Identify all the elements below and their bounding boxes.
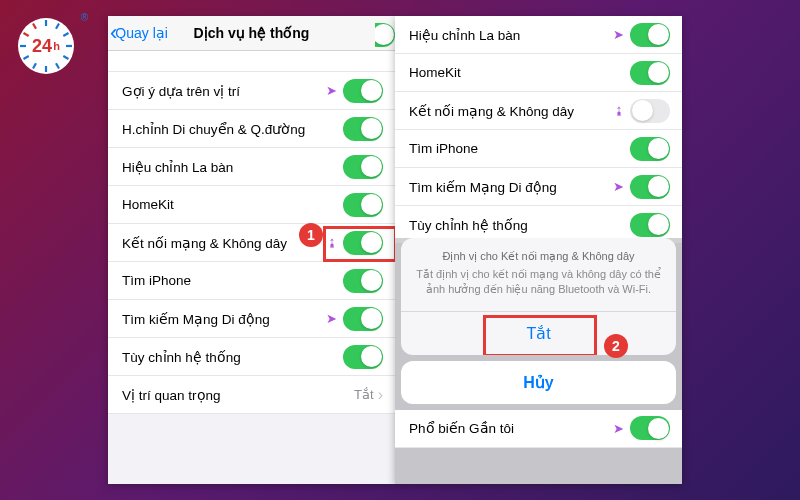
- table-row[interactable]: Tìm iPhone: [395, 130, 682, 168]
- settings-screen-left: ‹ Quay lại Dịch vụ hệ thống Địa điểm sử …: [108, 16, 395, 484]
- toggle-switch[interactable]: [343, 79, 383, 103]
- toggle-switch[interactable]: [630, 61, 670, 85]
- row-label: HomeKit: [409, 65, 630, 80]
- settings-list: Hiệu chỉnh La bàn ➤ HomeKit Kết nối mạng…: [395, 16, 682, 243]
- table-row[interactable]: Gợi ý dựa trên vị trí ➤: [108, 72, 395, 110]
- nav-header: ‹ Quay lại Dịch vụ hệ thống: [108, 16, 395, 51]
- location-icon: ➤: [613, 27, 624, 42]
- toggle-switch[interactable]: [343, 117, 383, 141]
- settings-list: Gợi ý dựa trên vị trí ➤ H.chỉnh Di chuyể…: [108, 72, 395, 414]
- sheet-cancel-button[interactable]: Hủy: [401, 361, 676, 404]
- toggle-switch[interactable]: [343, 345, 383, 369]
- toggle-switch[interactable]: [343, 155, 383, 179]
- svg-line-4: [63, 56, 68, 59]
- svg-line-8: [24, 56, 29, 59]
- chevron-right-icon: ›: [378, 386, 383, 404]
- svg-line-2: [63, 33, 68, 36]
- row-label: Kết nối mạng & Không dây: [122, 235, 326, 251]
- sheet-message: Định vị cho Kết nối mạng & Không dây Tắt…: [401, 238, 676, 311]
- toggle-switch[interactable]: [630, 175, 670, 199]
- row-label: Hiệu chỉnh La bàn: [122, 159, 343, 175]
- table-row[interactable]: Tìm kiếm Mạng Di động ➤: [395, 168, 682, 206]
- table-row[interactable]: HomeKit: [395, 54, 682, 92]
- svg-line-1: [56, 24, 59, 29]
- row-label: Gợi ý dựa trên vị trí: [122, 83, 326, 99]
- location-icon: ➤: [613, 179, 624, 194]
- toggle-switch[interactable]: [630, 137, 670, 161]
- sheet-action-label: Tắt: [526, 325, 550, 342]
- toggle-switch[interactable]: [343, 231, 383, 255]
- annotation-badge-2: 2: [604, 334, 628, 358]
- row-label: Tìm iPhone: [409, 141, 630, 156]
- table-row[interactable]: Phổ biến Gần tôi ➤: [395, 410, 682, 448]
- registered-mark: ®: [81, 12, 88, 23]
- settings-screen-right: Hiệu chỉnh La bàn ➤ HomeKit Kết nối mạng…: [395, 16, 682, 484]
- table-row[interactable]: Tìm kiếm Mạng Di động ➤: [108, 300, 395, 338]
- location-icon: ➤: [326, 311, 337, 326]
- row-label: Phổ biến Gần tôi: [409, 420, 613, 436]
- table-row[interactable]: HomeKit: [108, 186, 395, 224]
- table-row[interactable]: Hiệu chỉnh La bàn: [108, 148, 395, 186]
- row-label: H.chỉnh Di chuyển & Q.đường: [122, 121, 343, 137]
- toggle-switch[interactable]: [630, 99, 670, 123]
- row-label: Tìm iPhone: [122, 273, 343, 288]
- toggle-switch[interactable]: [343, 269, 383, 293]
- toggle-switch[interactable]: [630, 23, 670, 47]
- location-icon: ➤: [613, 421, 624, 436]
- annotation-badge-1: 1: [299, 223, 323, 247]
- back-button[interactable]: ‹ Quay lại: [108, 22, 168, 44]
- table-row[interactable]: Tìm iPhone: [108, 262, 395, 300]
- table-row[interactable]: Địa điểm sử dụng Apple Pay: [108, 51, 395, 72]
- toggle-switch[interactable]: [630, 416, 670, 440]
- sheet-turn-off-button[interactable]: Tắt: [401, 311, 676, 355]
- table-row[interactable]: H.chỉnh Di chuyển & Q.đường: [108, 110, 395, 148]
- table-row-networking[interactable]: Kết nối mạng & Không dây ➹: [108, 224, 395, 262]
- row-label: Tùy chỉnh hệ thống: [122, 349, 343, 365]
- row-label: Tìm kiếm Mạng Di động: [122, 311, 326, 327]
- back-label: Quay lại: [115, 25, 168, 41]
- row-label: Tìm kiếm Mạng Di động: [409, 179, 613, 195]
- svg-line-11: [33, 24, 36, 29]
- toggle-switch[interactable]: [630, 213, 670, 237]
- toggle-switch[interactable]: [343, 307, 383, 331]
- action-sheet: Định vị cho Kết nối mạng & Không dây Tắt…: [395, 238, 682, 484]
- table-row[interactable]: Vị trí quan trọng Tắt ›: [108, 376, 395, 414]
- sheet-description: Tắt định vị cho kết nối mạng và không dâ…: [415, 267, 662, 297]
- toggle-switch[interactable]: [343, 193, 383, 217]
- location-icon: ➤: [326, 83, 337, 98]
- table-row[interactable]: Hiệu chỉnh La bàn ➤: [395, 16, 682, 54]
- row-label: Kết nối mạng & Không dây: [409, 103, 613, 119]
- row-value: Tắt: [354, 387, 374, 402]
- svg-line-7: [33, 63, 36, 68]
- row-label: HomeKit: [122, 197, 343, 212]
- table-row-networking[interactable]: Kết nối mạng & Không dây ➹: [395, 92, 682, 130]
- row-label: Tùy chỉnh hệ thống: [409, 217, 630, 233]
- row-label: Hiệu chỉnh La bàn: [409, 27, 613, 43]
- row-label: Vị trí quan trọng: [122, 387, 354, 403]
- svg-line-10: [24, 33, 29, 36]
- sheet-title: Định vị cho Kết nối mạng & Không dây: [415, 250, 662, 263]
- sheet-cancel-label: Hủy: [523, 374, 553, 391]
- svg-line-5: [56, 63, 59, 68]
- table-row[interactable]: Tùy chỉnh hệ thống: [108, 338, 395, 376]
- logo-24h: 24h ®: [18, 18, 74, 74]
